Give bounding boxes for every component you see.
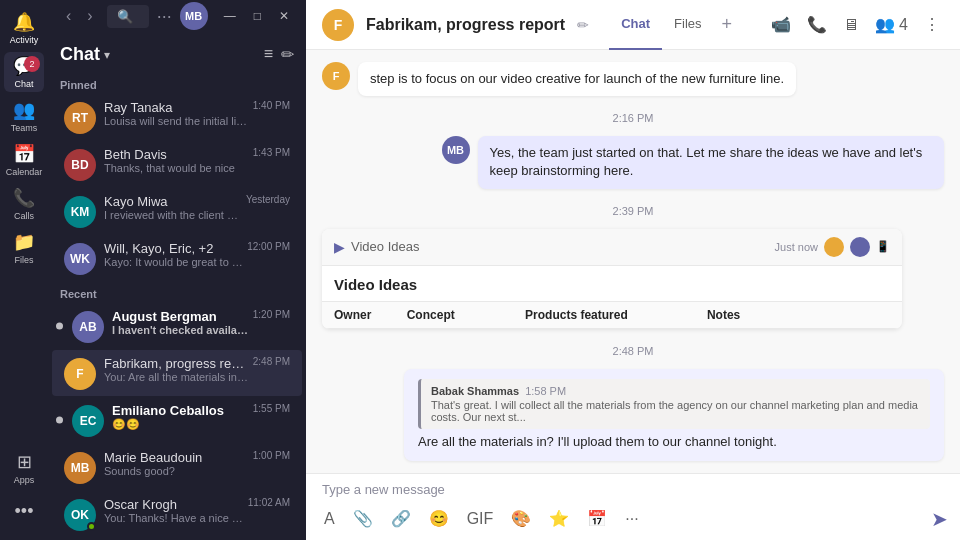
more-icon: ••• xyxy=(15,501,34,522)
tab-chat[interactable]: Chat xyxy=(609,0,662,50)
chat-panel-header: Chat ▾ ≡ ✏ xyxy=(48,32,306,73)
bubble-content: Yes, the team just started on that. Let … xyxy=(478,136,945,188)
avatar: OK xyxy=(64,499,96,531)
activity-icon: 🔔 xyxy=(13,11,35,33)
chat-name: August Bergman xyxy=(112,309,249,324)
avatar: WK xyxy=(64,243,96,275)
list-item[interactable]: KM Kayo Miwa I reviewed with the client … xyxy=(52,188,302,234)
message-timestamp: 2:16 PM xyxy=(322,112,944,124)
chat-name: Ray Tanaka xyxy=(104,100,249,115)
attach-button[interactable]: 📎 xyxy=(347,505,379,532)
unread-indicator xyxy=(56,417,63,424)
video-ideas-table: Owner Concept Products featured Notes Ch… xyxy=(322,301,902,329)
channel-actions: 📹 📞 🖥 👥 4 ⋮ xyxy=(767,11,944,38)
forward-button[interactable]: › xyxy=(81,5,98,27)
reply-author: Babak Shammas 1:58 PM xyxy=(431,385,920,397)
filter-icon[interactable]: ≡ xyxy=(264,45,273,64)
screen-share-button[interactable]: 🖥 xyxy=(839,12,863,38)
link-button[interactable]: 🔗 xyxy=(385,505,417,532)
card-user-avatar-2 xyxy=(850,237,870,257)
sidebar-item-teams[interactable]: 👥 Teams xyxy=(4,96,44,136)
chat-info: Kayo Miwa I reviewed with the client on … xyxy=(104,194,242,221)
list-item[interactable]: WK Will, Kayo, Eric, +2 Kayo: It would b… xyxy=(52,235,302,281)
chat-panel-title: Chat xyxy=(60,44,100,65)
card-title: Video Ideas xyxy=(322,266,902,301)
channel-title: Fabrikam, progress report xyxy=(366,16,565,34)
chat-preview: You: Thanks! Have a nice weekend xyxy=(104,512,244,524)
more-channel-options[interactable]: ⋮ xyxy=(920,11,944,38)
participants-button[interactable]: 👥 4 xyxy=(871,11,912,38)
close-button[interactable]: ✕ xyxy=(271,0,297,32)
compose-placeholder[interactable]: Type a new message xyxy=(306,474,960,501)
new-chat-icon[interactable]: ✏ xyxy=(281,45,294,64)
list-item[interactable]: OK Oscar Krogh You: Thanks! Have a nice … xyxy=(52,491,302,537)
online-indicator xyxy=(87,522,96,531)
window-buttons: — □ ✕ xyxy=(216,0,297,32)
teams-icon: 👥 xyxy=(13,99,35,121)
user-avatar[interactable]: MB xyxy=(180,2,208,30)
avatar: MB xyxy=(442,136,470,164)
unread-indicator xyxy=(56,323,63,330)
list-item[interactable]: EC Emiliano Ceballos 😊😊 1:55 PM xyxy=(52,397,302,443)
chat-name: Kayo Miwa xyxy=(104,194,242,209)
message-timestamp: 2:39 PM xyxy=(322,205,944,217)
list-item[interactable]: MB Marie Beaudouin Sounds good? 1:00 PM xyxy=(52,444,302,490)
chat-preview: I reviewed with the client on Tuesda... xyxy=(104,209,242,221)
avatar: BD xyxy=(64,149,96,181)
sidebar-item-activity[interactable]: 🔔 Activity xyxy=(4,8,44,48)
search-bar[interactable]: 🔍 xyxy=(107,5,149,28)
avatar: EC xyxy=(72,405,104,437)
send-button[interactable]: ➤ xyxy=(931,507,948,531)
col-products: Products featured xyxy=(513,301,695,328)
schedule-button[interactable]: 📅 xyxy=(581,505,613,532)
message-text: Are all the materials in? I'll upload th… xyxy=(418,433,930,451)
list-item[interactable]: F Fabrikam, progress report You: Are all… xyxy=(52,350,302,396)
chat-info: Oscar Krogh You: Thanks! Have a nice wee… xyxy=(104,497,244,524)
sidebar-item-chat[interactable]: 💬 Chat 2 xyxy=(4,52,44,92)
list-item[interactable]: BD Beth Davis Thanks, that would be nice… xyxy=(52,141,302,187)
emoji-button[interactable]: 😊 xyxy=(423,505,455,532)
avatar: AB xyxy=(72,311,104,343)
owner-cell: Charlotte xyxy=(322,328,395,329)
chat-info: Will, Kayo, Eric, +2 Kayo: It would be g… xyxy=(104,241,243,268)
add-tab-button[interactable]: + xyxy=(714,0,741,50)
praise-button[interactable]: ⭐ xyxy=(543,505,575,532)
format-button[interactable]: A xyxy=(318,506,341,532)
messages-area: F step is to focus on our video creative… xyxy=(306,50,960,473)
products-cell: Sectional, coffee table, area rug xyxy=(513,328,695,329)
audio-call-button[interactable]: 📞 xyxy=(803,11,831,38)
back-button[interactable]: ‹ xyxy=(60,5,77,27)
sidebar-item-calendar[interactable]: 📅 Calendar xyxy=(4,140,44,180)
chat-info: Marie Beaudouin Sounds good? xyxy=(104,450,249,477)
channel-tabs: Chat Files + xyxy=(609,0,740,50)
calls-icon: 📞 xyxy=(13,187,35,209)
chevron-down-icon: ▾ xyxy=(104,48,110,62)
col-owner: Owner xyxy=(322,301,395,328)
more-options-button[interactable]: ··· xyxy=(157,6,172,27)
sticker-button[interactable]: 🎨 xyxy=(505,505,537,532)
sidebar-item-more[interactable]: ••• xyxy=(4,492,44,532)
sidebar-item-calls[interactable]: 📞 Calls xyxy=(4,184,44,224)
chat-name: Emiliano Ceballos xyxy=(112,403,249,418)
edit-icon[interactable]: ✏ xyxy=(577,17,589,33)
sidebar-item-apps[interactable]: ⊞ Apps xyxy=(4,448,44,488)
list-item[interactable]: AB August Bergman I haven't checked avai… xyxy=(52,303,302,349)
chat-info: Beth Davis Thanks, that would be nice xyxy=(104,147,249,174)
card-header: ▶ Video Ideas Just now 📱 xyxy=(322,229,902,266)
maximize-button[interactable]: □ xyxy=(246,0,269,32)
tab-files[interactable]: Files xyxy=(662,0,713,50)
list-item[interactable]: RT Ray Tanaka Louisa will send the initi… xyxy=(52,94,302,140)
files-icon: 📁 xyxy=(13,231,35,253)
more-actions-button[interactable]: ··· xyxy=(619,506,644,532)
video-call-button[interactable]: 📹 xyxy=(767,11,795,38)
chat-preview: Louisa will send the initial list of att… xyxy=(104,115,249,127)
avatar: MB xyxy=(64,452,96,484)
giphy-button[interactable]: GIF xyxy=(461,506,500,532)
avatar: F xyxy=(64,358,96,390)
chat-list: Pinned RT Ray Tanaka Louisa will send th… xyxy=(48,73,306,540)
sidebar-item-files[interactable]: 📁 Files xyxy=(4,228,44,268)
chat-name: Oscar Krogh xyxy=(104,497,244,512)
message-outer-bubble: Babak Shammas 1:58 PM That's great. I wi… xyxy=(404,369,944,461)
minimize-button[interactable]: — xyxy=(216,0,244,32)
main-area: F Fabrikam, progress report ✏ Chat Files… xyxy=(306,0,960,540)
